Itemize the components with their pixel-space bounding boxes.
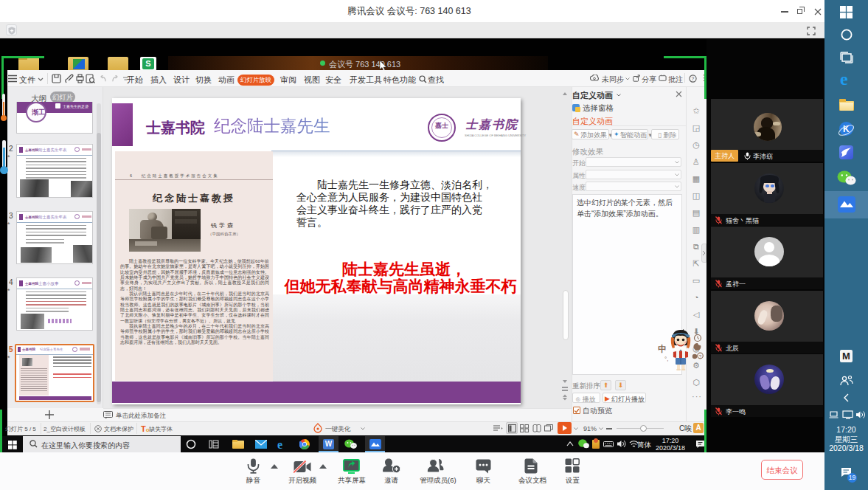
svg-text:?: ? [692, 76, 695, 81]
